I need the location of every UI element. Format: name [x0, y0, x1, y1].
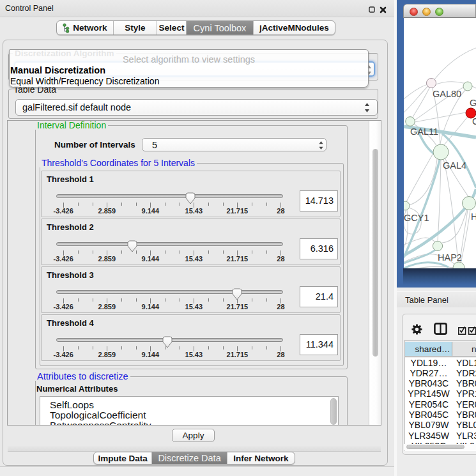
- svg-text:GCY1: GCY1: [404, 213, 429, 223]
- svg-text:GAL80: GAL80: [433, 89, 461, 99]
- svg-text:GAL11: GAL11: [410, 127, 438, 137]
- svg-text:GA: GA: [470, 98, 476, 108]
- svg-text:HA: HA: [471, 211, 476, 222]
- svg-text:GAL4: GAL4: [443, 160, 466, 171]
- svg-text:HAP2: HAP2: [438, 252, 462, 263]
- svg-text:CY: CY: [472, 116, 476, 127]
